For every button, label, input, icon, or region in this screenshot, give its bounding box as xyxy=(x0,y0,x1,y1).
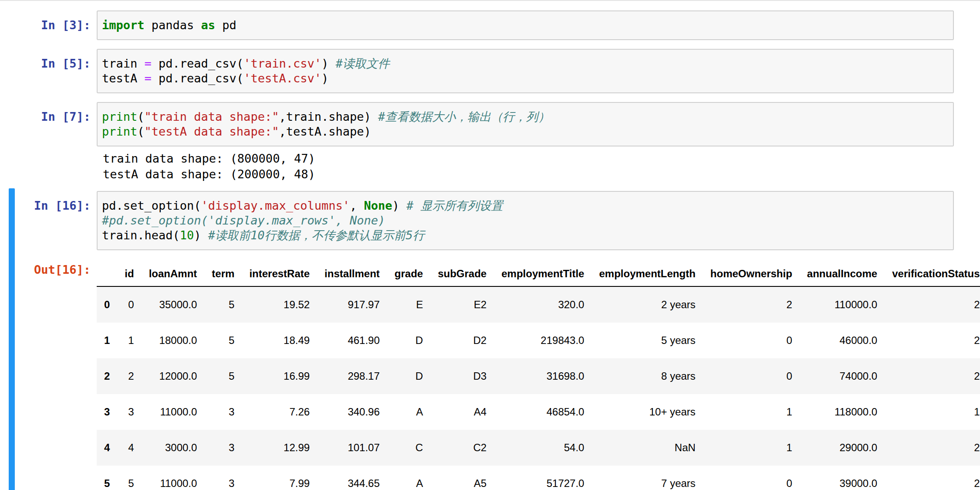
table-cell: 461.90 xyxy=(317,323,387,358)
code-token: testA xyxy=(102,71,145,85)
code-token: None xyxy=(364,199,392,212)
code-block: pd.set_option('display.max_columns', Non… xyxy=(102,198,947,243)
column-header xyxy=(97,261,117,286)
code-token: 'testA.csv' xyxy=(243,71,321,85)
code-block: import pandas as pd xyxy=(102,18,947,33)
table-cell: 29000.0 xyxy=(800,430,885,466)
output-area: train data shape: (800000, 47) testA dat… xyxy=(97,151,980,182)
table-cell: NaN xyxy=(591,430,703,466)
row-index: 0 xyxy=(97,286,117,323)
table-header: idloanAmntterminterestRateinstallmentgra… xyxy=(97,261,980,286)
table-cell: 0 xyxy=(703,358,800,394)
table-cell: 320.0 xyxy=(494,286,591,323)
table-cell: 0 xyxy=(117,286,141,323)
table-cell: 12000.0 xyxy=(142,358,205,394)
code-token: pd.read_csv( xyxy=(152,57,243,70)
table-row: 5511000.037.99344.65AA551727.07 years039… xyxy=(97,466,980,490)
table-cell: 2 xyxy=(885,466,980,490)
code-token: , xyxy=(350,199,364,212)
code-token: ) xyxy=(321,71,328,85)
code-editor[interactable]: train = pd.read_csv('train.csv') #读取文件 t… xyxy=(97,49,954,93)
table-cell: 4 xyxy=(117,430,141,466)
code-line: print("testA data shape:",testA.shape) xyxy=(102,125,371,138)
table-cell: 3000.0 xyxy=(142,430,205,466)
table-cell: 31698.0 xyxy=(494,358,591,394)
table-cell: 1 xyxy=(703,394,800,430)
table-cell: 2 xyxy=(117,358,141,394)
code-token: #读取前10行数据，不传参默认显示前5行 xyxy=(208,228,425,242)
table-cell: 19.52 xyxy=(242,286,317,323)
code-cell[interactable]: In [16]:pd.set_option('display.max_colum… xyxy=(0,191,980,490)
code-token: print xyxy=(102,125,137,138)
row-index: 5 xyxy=(97,466,117,490)
code-editor[interactable]: import pandas as pd xyxy=(97,10,954,40)
table-cell: 1 xyxy=(117,323,141,358)
code-token: #查看数据大小，输出（行，列） xyxy=(378,110,550,123)
table-cell: 46854.0 xyxy=(494,394,591,430)
row-index: 1 xyxy=(97,323,117,358)
code-cell[interactable]: In [3]:import pandas as pd xyxy=(0,10,980,40)
column-header: verificationStatus xyxy=(885,261,980,286)
table-cell: 3 xyxy=(204,430,242,466)
code-token: = xyxy=(145,71,152,85)
table-cell: 11000.0 xyxy=(142,466,205,490)
row-index: 4 xyxy=(97,430,117,466)
table-cell: A xyxy=(387,394,430,430)
column-header: employmentTitle xyxy=(494,261,591,286)
code-token: pd.set_option( xyxy=(102,199,201,212)
column-header: grade xyxy=(387,261,430,286)
table-cell: 39000.0 xyxy=(800,466,885,490)
code-token: "testA data shape:" xyxy=(145,125,279,138)
table-cell: 18000.0 xyxy=(142,323,205,358)
code-token: train.head( xyxy=(102,228,180,242)
table-cell: 3 xyxy=(204,394,242,430)
input-prompt: In [7]: xyxy=(0,102,97,124)
code-token: ,testA.shape) xyxy=(279,125,371,138)
table-cell: C2 xyxy=(430,430,494,466)
column-header: subGrade xyxy=(430,261,494,286)
table-cell: 219843.0 xyxy=(494,323,591,358)
code-token: ) xyxy=(392,199,407,212)
notebook: In [3]:import pandas as pdIn [5]:train =… xyxy=(0,1,980,490)
table-cell: 344.65 xyxy=(317,466,387,490)
cell-input-row: In [5]:train = pd.read_csv('train.csv') … xyxy=(0,49,980,93)
table-cell: 2 xyxy=(703,286,800,323)
code-token: pd xyxy=(215,18,237,32)
code-editor[interactable]: pd.set_option('display.max_columns', Non… xyxy=(97,191,954,250)
code-token: ,train.shape) xyxy=(279,110,378,123)
table-cell: 8 years xyxy=(591,358,703,394)
output-text: train data shape: (800000, 47) testA dat… xyxy=(97,151,980,182)
table-header-row: idloanAmntterminterestRateinstallmentgra… xyxy=(97,261,980,286)
code-cell[interactable]: In [7]:print("train data shape:",train.s… xyxy=(0,102,980,182)
code-block: train = pd.read_csv('train.csv') #读取文件 t… xyxy=(102,56,947,86)
table-cell: 3 xyxy=(117,394,141,430)
code-line: pd.set_option('display.max_columns', Non… xyxy=(102,199,503,212)
row-index: 2 xyxy=(97,358,117,394)
table-cell: 0 xyxy=(703,323,800,358)
table-cell: 51727.0 xyxy=(494,466,591,490)
column-header: interestRate xyxy=(242,261,317,286)
code-token: #读取文件 xyxy=(335,57,389,70)
cell-input-row: In [3]:import pandas as pd xyxy=(0,10,980,40)
cell-output-row: Out[16]:idloanAmntterminterestRateinstal… xyxy=(0,261,980,490)
table-row: 1118000.0518.49461.90DD2219843.05 years0… xyxy=(97,323,980,358)
table-cell: 298.17 xyxy=(317,358,387,394)
table-cell: A xyxy=(387,466,430,490)
selected-cell-indicator xyxy=(9,188,15,490)
code-token: 'display.max_columns' xyxy=(201,199,350,212)
code-cell[interactable]: In [5]:train = pd.read_csv('train.csv') … xyxy=(0,49,980,93)
dataframe-table: idloanAmntterminterestRateinstallmentgra… xyxy=(97,261,980,490)
code-line: testA = pd.read_csv('testA.csv') xyxy=(102,71,328,85)
table-cell: 5 years xyxy=(591,323,703,358)
code-token: ( xyxy=(137,110,144,123)
input-prompt: In [5]: xyxy=(0,49,97,71)
code-editor[interactable]: print("train data shape:",train.shape) #… xyxy=(97,102,954,146)
cell-input-row: In [16]:pd.set_option('display.max_colum… xyxy=(0,191,980,250)
table-cell: 2 xyxy=(885,286,980,323)
table-cell: 2 years xyxy=(591,286,703,323)
table-cell: 110000.0 xyxy=(800,286,885,323)
code-token: ) xyxy=(194,228,208,242)
code-token: import xyxy=(102,18,145,32)
table-cell: 917.97 xyxy=(317,286,387,323)
table-cell: 46000.0 xyxy=(800,323,885,358)
